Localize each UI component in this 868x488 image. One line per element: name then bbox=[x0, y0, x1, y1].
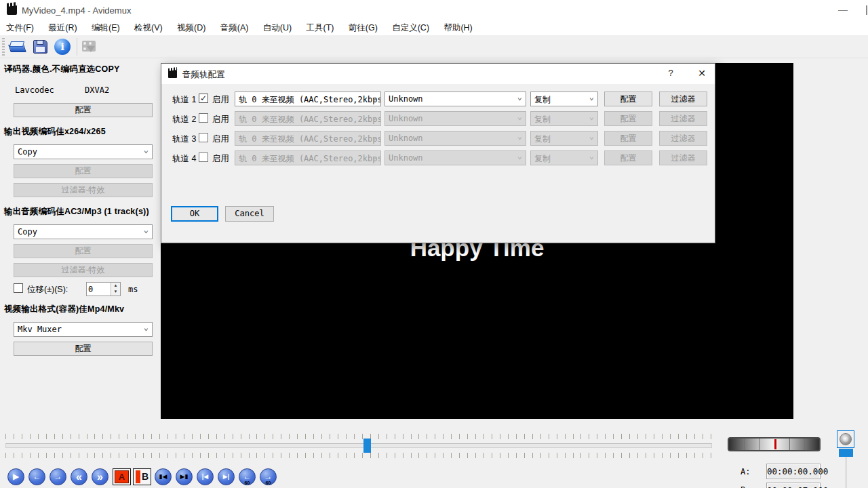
previous-keyframe-button[interactable]: |◀ bbox=[197, 468, 214, 485]
audio-shift-spinner[interactable]: ▲▼ bbox=[86, 282, 121, 296]
track4-label: 轨道 4 bbox=[172, 153, 196, 165]
video-filters-button: 过滤器-特效 bbox=[14, 183, 153, 197]
forward-60s-sub-label: 60 bbox=[260, 481, 276, 485]
audio-configure-button: 配置 bbox=[14, 244, 153, 258]
next-frame-button[interactable]: → bbox=[50, 468, 66, 485]
next-keyframe-button[interactable]: ▶| bbox=[218, 468, 235, 485]
shuttle-center-marker bbox=[774, 439, 776, 449]
mute-button[interactable] bbox=[837, 430, 854, 448]
dialog-help-button[interactable]: ? bbox=[663, 68, 678, 80]
forward-60s-button[interactable]: → 60 bbox=[260, 468, 277, 485]
spinner-arrows-icon[interactable]: ▲▼ bbox=[111, 283, 120, 296]
shuttle-jog-control[interactable] bbox=[728, 437, 821, 451]
video-codec-select[interactable]: Copy bbox=[14, 144, 153, 159]
audio-shift-input[interactable] bbox=[88, 283, 110, 295]
track1-enable-checkbox[interactable]: ✓ bbox=[199, 94, 208, 103]
rewind-button[interactable]: « bbox=[71, 468, 87, 485]
fast-forward-button[interactable]: » bbox=[92, 468, 108, 485]
track4-filter-button: 过滤器 bbox=[659, 150, 707, 165]
track3-label: 轨道 3 bbox=[172, 134, 196, 145]
floppy-shutter bbox=[37, 40, 43, 45]
back-60s-button[interactable]: ← 60 bbox=[239, 468, 256, 485]
toolbar-grip bbox=[2, 38, 5, 56]
shuttle-divider bbox=[804, 439, 805, 450]
app-clapperboard-icon bbox=[7, 5, 17, 15]
information-icon[interactable]: i bbox=[54, 39, 72, 55]
track3-source-select: 轨 0 来至视频 (AAC,Stereo,2kbps) bbox=[235, 131, 381, 146]
decoder-configure-button[interactable]: 配置 bbox=[14, 103, 153, 117]
marker-b-label: B: bbox=[741, 485, 750, 488]
track1-codec-select[interactable]: 复制 bbox=[530, 92, 598, 106]
track3-enable-checkbox[interactable] bbox=[199, 133, 208, 142]
menu-custom[interactable]: 自定义(C) bbox=[386, 20, 435, 36]
shuttle-divider bbox=[744, 439, 745, 450]
cancel-button[interactable]: Cancel bbox=[225, 206, 274, 222]
menu-video[interactable]: 视频(D) bbox=[171, 20, 212, 36]
video-properties-icon bbox=[81, 39, 99, 55]
track2-label: 轨道 2 bbox=[172, 114, 196, 125]
audio-codec-select[interactable]: Copy bbox=[14, 224, 153, 239]
minimize-button[interactable]: — bbox=[833, 4, 853, 16]
muxer-select[interactable]: Mkv Muxer bbox=[14, 322, 153, 337]
maximize-button-partial[interactable] bbox=[866, 5, 867, 15]
menu-audio[interactable]: 音频(A) bbox=[214, 20, 255, 36]
set-marker-b-button[interactable]: B bbox=[133, 468, 151, 485]
dialog-titlebar[interactable]: 音频轨配置 ? ✕ bbox=[161, 64, 715, 84]
track1-language-select[interactable]: Unknown bbox=[384, 92, 526, 106]
play-button[interactable]: ▶ bbox=[7, 468, 24, 485]
open-folder-flap bbox=[9, 41, 24, 47]
menu-auto[interactable]: 自动(U) bbox=[257, 20, 298, 36]
timeline-ruler-top bbox=[5, 434, 712, 440]
decoder-name: Lavcodec bbox=[15, 85, 54, 95]
previous-black-frame-button[interactable]: ▮◀ bbox=[155, 468, 172, 485]
track2-language-select: Unknown bbox=[384, 111, 526, 126]
audio-shift-checkbox[interactable] bbox=[14, 283, 23, 293]
marker-b-icon: B bbox=[142, 471, 149, 482]
dialog-close-icon[interactable]: ✕ bbox=[694, 68, 710, 80]
track4-source-select: 轨 0 来至视频 (AAC,Stereo,2kbps) bbox=[235, 150, 381, 165]
volume-slider-track[interactable] bbox=[845, 457, 847, 488]
seek-slider-track[interactable] bbox=[5, 443, 712, 448]
next-black-frame-button[interactable]: ▶▮ bbox=[176, 468, 193, 485]
speaker-icon bbox=[840, 433, 852, 445]
muxer-configure-button[interactable]: 配置 bbox=[14, 342, 153, 356]
shuttle-divider bbox=[759, 439, 760, 450]
audio-filters-button: 过滤器-特效 bbox=[14, 263, 153, 277]
track1-source-select[interactable]: 轨 0 来至视频 (AAC,Stereo,2kbps) bbox=[235, 92, 381, 106]
ok-button[interactable]: OK bbox=[171, 206, 218, 222]
previous-frame-button[interactable]: ← bbox=[28, 468, 45, 485]
open-file-icon[interactable] bbox=[9, 39, 27, 55]
info-glyph: i bbox=[54, 39, 71, 55]
track4-configure-button: 配置 bbox=[604, 150, 652, 165]
menu-help[interactable]: 帮助(H) bbox=[437, 20, 478, 36]
track2-source-select: 轨 0 来至视频 (AAC,Stereo,2kbps) bbox=[235, 111, 381, 126]
menu-edit[interactable]: 编辑(E) bbox=[85, 20, 126, 36]
seek-slider-handle[interactable] bbox=[363, 439, 371, 453]
titlebar: MyVideo_4.mp4 - Avidemux — bbox=[0, 0, 868, 20]
video-configure-button: 配置 bbox=[14, 164, 153, 178]
marker-b-time: 00:00:07.000 bbox=[766, 483, 821, 488]
decoder-section-title: 译码器.颜色.不编码直选COPY bbox=[4, 64, 120, 75]
toolbar: i bbox=[0, 35, 868, 58]
menu-view[interactable]: 检视(V) bbox=[128, 20, 169, 36]
menu-file[interactable]: 文件(F) bbox=[0, 20, 40, 36]
track2-enable-checkbox[interactable] bbox=[199, 113, 208, 123]
menu-go[interactable]: 前往(G) bbox=[342, 20, 384, 36]
volume-slider-handle[interactable] bbox=[839, 449, 853, 457]
set-marker-a-button[interactable]: A bbox=[113, 468, 131, 485]
toolbar-separator bbox=[77, 38, 77, 56]
marker-a-time: 00:00:00.000 bbox=[766, 464, 821, 479]
audio-shift-label: 位移(±)(S): bbox=[27, 284, 68, 296]
audio-shift-unit: ms bbox=[128, 285, 138, 294]
menu-recent[interactable]: 最近(R) bbox=[42, 20, 83, 36]
menu-tools[interactable]: 工具(T) bbox=[300, 20, 340, 36]
track2-enable-label: 启用 bbox=[212, 114, 229, 125]
track4-enable-checkbox[interactable] bbox=[199, 152, 208, 162]
save-file-icon[interactable] bbox=[33, 39, 50, 55]
track1-filter-button[interactable]: 过滤器 bbox=[659, 92, 707, 106]
track4-enable-label: 启用 bbox=[212, 153, 229, 165]
menubar: 文件(F) 最近(R) 编辑(E) 检视(V) 视频(D) 音频(A) 自动(U… bbox=[0, 20, 868, 35]
track3-language-select: Unknown bbox=[384, 131, 526, 146]
track1-configure-button[interactable]: 配置 bbox=[604, 92, 652, 106]
track4-codec-select: 复制 bbox=[530, 150, 598, 165]
